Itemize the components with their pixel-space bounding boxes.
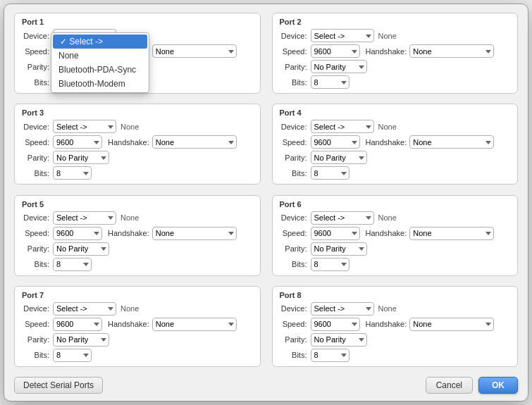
port-4-bits-row: Bits:78 (280, 166, 511, 180)
port-1-handshake-select[interactable]: NoneXON/XOFFCTS/RTSDTR/DSR (152, 44, 237, 58)
port-5-box: Port 5Device:Select ->NoneBluetooth-PDA-… (14, 195, 261, 276)
port-4-device-select[interactable]: Select ->NoneBluetooth-PDA-SyncBluetooth… (311, 120, 374, 133)
port-7-handshake-select[interactable]: NoneXON/XOFFCTS/RTSDTR/DSR (152, 318, 237, 331)
port-5-device-select[interactable]: Select ->NoneBluetooth-PDA-SyncBluetooth… (53, 211, 116, 225)
port-3-device-row: Device:Select ->NoneBluetooth-PDA-SyncBl… (22, 120, 253, 133)
port-4-wrapper: Port 4Device:Select ->NoneBluetooth-PDA-… (272, 104, 519, 189)
port-1-parity-label: Parity: (22, 63, 53, 71)
port-2-title: Port 2 (280, 18, 511, 26)
port-2-speed-label: Speed: (280, 47, 311, 56)
port-4-speed-label: Speed: (280, 138, 311, 147)
port-8-bits-label: Bits: (280, 351, 311, 359)
port-4-device-row: Device:Select ->NoneBluetooth-PDA-SyncBl… (280, 120, 511, 133)
port-2-speed-select[interactable]: 3006001200240048009600192003840057600115… (311, 44, 360, 58)
port-6-speed-select[interactable]: 3006001200240048009600192003840057600115… (311, 227, 360, 240)
port-1-bits-label: Bits: (22, 78, 53, 87)
port-7-speed-select[interactable]: 3006001200240048009600192003840057600115… (53, 318, 102, 331)
port-8-bits-row: Bits:78 (280, 349, 511, 362)
port-6-bits-label: Bits: (280, 260, 311, 268)
port-7-device-label: Device: (22, 304, 53, 313)
port-2-bits-label: Bits: (280, 78, 311, 87)
port-2-speed-row: Speed:3006001200240048009600192003840057… (280, 44, 511, 58)
port-3-handshake-select[interactable]: NoneXON/XOFFCTS/RTSDTR/DSR (152, 135, 237, 149)
port-8-parity-label: Parity: (280, 335, 311, 344)
dropdown-option-none[interactable]: None (51, 49, 149, 63)
port-6-device-select[interactable]: Select ->NoneBluetooth-PDA-SyncBluetooth… (311, 211, 374, 225)
port-2-device-row: Device:Select ->NoneBluetooth-PDA-SyncBl… (280, 29, 511, 42)
port-6-handshake-select[interactable]: NoneXON/XOFFCTS/RTSDTR/DSR (409, 227, 494, 240)
port-7-parity-select[interactable]: No ParityOddEven (53, 333, 109, 347)
port-6-device-name: None (378, 213, 397, 222)
port-6-device-row: Device:Select ->NoneBluetooth-PDA-SyncBl… (280, 211, 511, 225)
port-6-bits-row: Bits:78 (280, 258, 511, 271)
port-5-bits-row: Bits:78 (22, 258, 253, 271)
port-4-bits-label: Bits: (280, 169, 311, 177)
right-buttons: Cancel OK (426, 377, 518, 394)
cancel-button[interactable]: Cancel (426, 377, 473, 394)
port-8-speed-label: Speed: (280, 320, 311, 328)
port-2-box: Port 2Device:Select ->NoneBluetooth-PDA-… (272, 13, 519, 94)
port-3-bits-select[interactable]: 78 (53, 166, 92, 180)
port-5-title: Port 5 (22, 200, 253, 208)
port-1-device-dropdown: Select ->NoneBluetooth-PDA-SyncBluetooth… (51, 32, 149, 93)
port-3-speed-label: Speed: (22, 138, 53, 147)
port-4-handshake-select[interactable]: NoneXON/XOFFCTS/RTSDTR/DSR (409, 135, 494, 149)
port-7-box: Port 7Device:Select ->NoneBluetooth-PDA-… (14, 286, 261, 367)
port-7-speed-row: Speed:3006001200240048009600192003840057… (22, 318, 253, 331)
dropdown-option-bluetooth-modem[interactable]: Bluetooth-Modem (51, 77, 149, 91)
port-3-bits-row: Bits:78 (22, 166, 253, 180)
port-7-device-select[interactable]: Select ->NoneBluetooth-PDA-SyncBluetooth… (53, 302, 116, 316)
port-3-device-select[interactable]: Select ->NoneBluetooth-PDA-SyncBluetooth… (53, 120, 116, 133)
port-8-parity-select[interactable]: No ParityOddEven (311, 333, 367, 347)
port-2-parity-select[interactable]: No ParityOddEven (311, 60, 367, 73)
port-5-handshake-select[interactable]: NoneXON/XOFFCTS/RTSDTR/DSR (152, 227, 237, 240)
port-8-bits-select[interactable]: 78 (311, 349, 349, 362)
port-6-parity-label: Parity: (280, 244, 311, 253)
port-3-parity-select[interactable]: No ParityOddEven (53, 151, 109, 164)
port-2-device-select[interactable]: Select ->NoneBluetooth-PDA-SyncBluetooth… (311, 29, 374, 42)
port-4-parity-select[interactable]: No ParityOddEven (311, 151, 367, 164)
port-3-speed-select[interactable]: 3006001200240048009600192003840057600115… (53, 135, 102, 149)
port-5-bits-select[interactable]: 78 (53, 258, 92, 271)
port-7-device-row: Device:Select ->NoneBluetooth-PDA-SyncBl… (22, 302, 253, 316)
port-6-parity-row: Parity:No ParityOddEven (280, 242, 511, 256)
port-8-title: Port 8 (280, 291, 511, 299)
port-6-box: Port 6Device:Select ->NoneBluetooth-PDA-… (272, 195, 519, 276)
port-4-bits-select[interactable]: 78 (311, 166, 349, 180)
port-7-parity-row: Parity:No ParityOddEven (22, 333, 253, 347)
detect-serial-ports-button[interactable]: Detect Serial Ports (14, 377, 103, 394)
ok-button[interactable]: OK (478, 377, 518, 394)
port-2-device-name: None (378, 32, 397, 40)
dropdown-option-bluetooth-pda-sync[interactable]: Bluetooth-PDA-Sync (51, 63, 149, 77)
port-6-parity-select[interactable]: No ParityOddEven (311, 242, 367, 256)
port-5-parity-select[interactable]: No ParityOddEven (53, 242, 109, 256)
port-7-bits-select[interactable]: 78 (53, 349, 92, 362)
port-8-speed-select[interactable]: 3006001200240048009600192003840057600115… (311, 318, 360, 331)
port-8-wrapper: Port 8Device:Select ->NoneBluetooth-PDA-… (272, 286, 519, 371)
port-4-device-name: None (378, 123, 397, 131)
port-5-parity-row: Parity:No ParityOddEven (22, 242, 253, 256)
dropdown-option-select---[interactable]: Select -> (53, 35, 147, 49)
port-7-bits-row: Bits:78 (22, 349, 253, 362)
port-4-speed-select[interactable]: 3006001200240048009600192003840057600115… (311, 135, 360, 149)
port-3-title: Port 3 (22, 108, 253, 117)
port-4-parity-label: Parity: (280, 154, 311, 162)
port-5-speed-select[interactable]: 3006001200240048009600192003840057600115… (53, 227, 102, 240)
port-8-handshake-label: Handshake: (366, 320, 407, 328)
port-5-speed-label: Speed: (22, 229, 53, 237)
port-2-bits-select[interactable]: 78 (311, 75, 349, 89)
port-6-bits-select[interactable]: 78 (311, 258, 349, 271)
port-5-handshake-label: Handshake: (108, 229, 149, 237)
port-3-box: Port 3Device:Select ->NoneBluetooth-PDA-… (14, 104, 261, 185)
port-2-handshake-select[interactable]: NoneXON/XOFFCTS/RTSDTR/DSR (409, 44, 494, 58)
port-6-wrapper: Port 6Device:Select ->NoneBluetooth-PDA-… (272, 195, 519, 280)
port-4-parity-row: Parity:No ParityOddEven (280, 151, 511, 164)
port-8-device-row: Device:Select ->NoneBluetooth-PDA-SyncBl… (280, 302, 511, 316)
port-5-speed-row: Speed:3006001200240048009600192003840057… (22, 227, 253, 240)
port-1-wrapper: Port 1Device:Select ->NoneBluetooth-PDA-… (14, 13, 261, 98)
footer: Detect Serial Ports Cancel OK (14, 377, 518, 394)
port-8-box: Port 8Device:Select ->NoneBluetooth-PDA-… (272, 286, 519, 367)
port-4-box: Port 4Device:Select ->NoneBluetooth-PDA-… (272, 104, 519, 185)
port-8-handshake-select[interactable]: NoneXON/XOFFCTS/RTSDTR/DSR (409, 318, 494, 331)
port-8-device-select[interactable]: Select ->NoneBluetooth-PDA-SyncBluetooth… (311, 302, 374, 316)
